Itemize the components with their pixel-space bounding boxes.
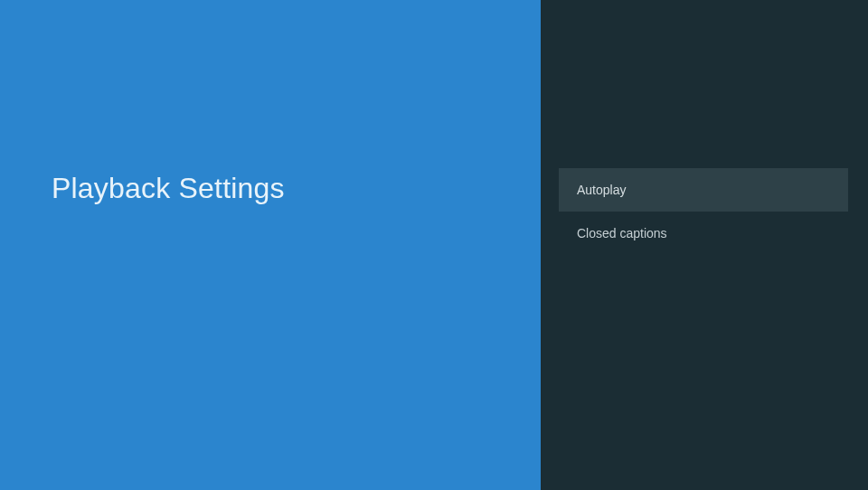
menu-item-label: Autoplay bbox=[577, 183, 626, 197]
menu-item-autoplay[interactable]: Autoplay bbox=[559, 168, 848, 212]
menu-item-closed-captions[interactable]: Closed captions bbox=[559, 212, 848, 255]
menu-item-label: Closed captions bbox=[577, 226, 667, 240]
page-title: Playback Settings bbox=[52, 172, 285, 205]
settings-menu: Autoplay Closed captions bbox=[541, 0, 868, 490]
title-panel: Playback Settings bbox=[0, 0, 541, 490]
